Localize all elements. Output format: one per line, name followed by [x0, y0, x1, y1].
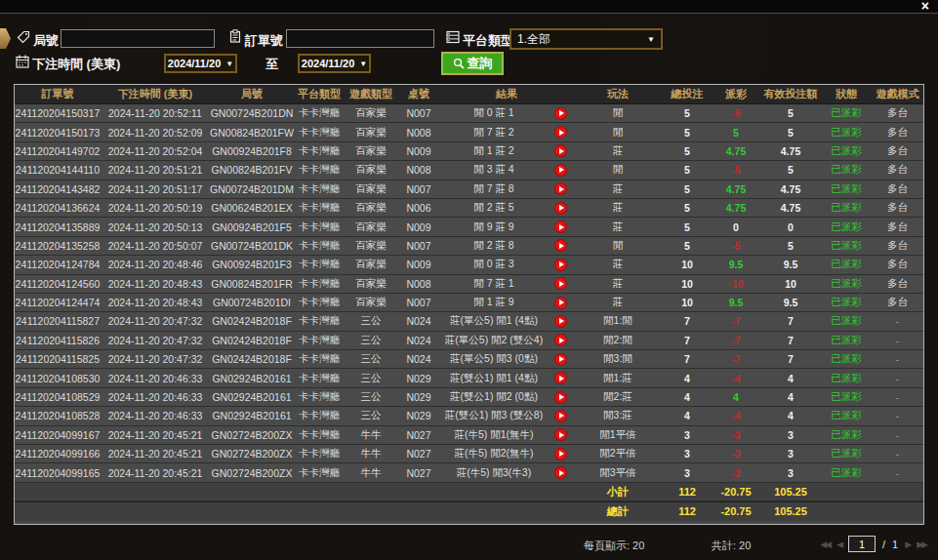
last-page-icon[interactable]: ▶▶	[917, 540, 926, 549]
cell-round-no: GN00824B201FR	[210, 278, 294, 290]
table-header: 訂單號下注時間 (美東)局號平台類型遊戲類型桌號結果玩法總投注派彩有效投注額狀態…	[15, 85, 923, 104]
table-row: 2411202041245602024-11-20 20:48:43GN0082…	[15, 275, 923, 294]
play-replay-icon[interactable]	[554, 428, 567, 441]
cell-platform-type: 卡卡灣廳	[294, 447, 345, 460]
game-no-input[interactable]	[61, 29, 215, 48]
cell-order-no: 241120204150173	[15, 127, 101, 139]
cell-game-mode: 多台	[872, 277, 923, 291]
cell-payout: 4	[712, 391, 760, 403]
cell-play-method: 閒	[573, 126, 663, 140]
page-number-input[interactable]	[848, 536, 876, 552]
play-replay-icon[interactable]	[554, 334, 567, 346]
cell-play-method: 莊	[573, 258, 663, 271]
cell-total-bet: 10	[663, 259, 712, 270]
play-replay-icon[interactable]	[554, 164, 567, 177]
play-replay-icon[interactable]	[554, 391, 567, 404]
cell-platform-type: 卡卡灣廳	[294, 352, 345, 366]
to-label: 至	[265, 56, 278, 73]
cell-result: 閒 7 莊 1	[440, 277, 548, 291]
query-button[interactable]: 查詢	[441, 52, 504, 75]
table-row: 2411202041358892024-11-20 20:50:13GN0092…	[15, 218, 923, 236]
first-page-icon[interactable]: ◀◀	[820, 540, 830, 549]
table-row: 2411202041352582024-11-20 20:50:07GN0072…	[15, 237, 923, 256]
play-replay-icon[interactable]	[554, 410, 567, 422]
play-replay-icon[interactable]	[554, 315, 567, 328]
col-header: 有效投注額	[760, 87, 821, 101]
cell-order-no: 241120204108529	[15, 391, 101, 403]
cell-round-no: GN00624B201EX	[210, 202, 294, 214]
cell-bet-time: 2024-11-20 20:48:43	[101, 297, 210, 308]
play-replay-icon[interactable]	[554, 126, 567, 139]
cell-order-no: 241120204149702	[15, 145, 101, 157]
close-icon[interactable]: ×	[921, 0, 929, 14]
cell-bet-time: 2024-11-20 20:47:32	[101, 335, 210, 346]
cell-game-type: 百家樂	[345, 126, 397, 140]
cell-replay	[548, 410, 573, 422]
cell-bet-time: 2024-11-20 20:51:21	[101, 164, 210, 176]
cell-replay	[548, 220, 573, 233]
page-slash: /	[882, 539, 885, 550]
date-to-picker[interactable]: 2024/11/20 ▼	[298, 54, 371, 73]
prev-page-icon[interactable]: ◀	[836, 540, 841, 549]
table-row: 2411202040991652024-11-20 20:45:21GN0272…	[15, 463, 923, 482]
cell-order-no: 241120204144110	[15, 164, 101, 176]
cell-game-mode: 多台	[872, 201, 923, 215]
cell-payout: -7	[712, 353, 760, 365]
cell-order-no: 241120204099167	[15, 429, 101, 441]
cell-game-type: 三公	[345, 372, 397, 385]
cell-round-no: GN00724B201DK	[210, 240, 294, 252]
cell-total-bet: 4	[663, 410, 712, 421]
cell-play-method: 莊	[573, 296, 663, 309]
cell-result: 莊(雙公1) 閒2 (0點)	[440, 390, 548, 404]
cell-game-type: 三公	[345, 314, 397, 328]
cell-result: 閒 2 莊 8	[440, 239, 548, 253]
panel-collapse-handle[interactable]	[0, 28, 11, 49]
cell-payout: 4.75	[712, 202, 760, 214]
cell-bet-time: 2024-11-20 20:46:33	[101, 373, 210, 384]
cell-status: 已派彩	[821, 126, 872, 140]
cell-replay	[548, 297, 573, 309]
cell-table-no: N029	[397, 373, 440, 384]
cell-bet-time: 2024-11-20 20:46:33	[101, 410, 210, 421]
cell-table-no: N024	[397, 335, 440, 346]
total-row: 總計112-20.75105.25	[15, 501, 923, 520]
cell-game-type: 百家樂	[345, 163, 397, 177]
cell-table-no: N029	[397, 391, 440, 403]
play-replay-icon[interactable]	[554, 466, 567, 479]
cell-game-mode: 多台	[872, 296, 923, 309]
cell-order-no: 241120204115825	[15, 353, 101, 365]
table-row: 2411202041158262024-11-20 20:47:32GN0242…	[15, 332, 923, 350]
date-from-picker[interactable]: 2024/11/20 ▼	[164, 54, 237, 73]
cell-bet-time: 2024-11-20 20:45:21	[101, 448, 210, 460]
cell-status: 已派彩	[821, 334, 872, 347]
play-replay-icon[interactable]	[554, 239, 567, 252]
play-replay-icon[interactable]	[554, 182, 567, 195]
cell-play-method: 閒2平倍	[573, 447, 663, 460]
play-replay-icon[interactable]	[554, 220, 567, 233]
play-replay-icon[interactable]	[554, 448, 567, 460]
cell-status: 已派彩	[821, 314, 872, 328]
cell-play-method: 莊	[573, 220, 663, 234]
order-no-input[interactable]	[286, 29, 434, 48]
cell-game-type: 百家樂	[345, 144, 397, 158]
cell-replay	[548, 391, 573, 404]
play-replay-icon[interactable]	[554, 297, 567, 309]
subtotal-total-bet: 112	[663, 486, 712, 498]
cell-result: 莊(單公5) 閒3 (0點)	[440, 352, 548, 366]
play-replay-icon[interactable]	[554, 202, 567, 215]
platform-type-select[interactable]: 1.全部 ▼	[510, 28, 663, 50]
cell-game-mode: 多台	[872, 182, 923, 196]
subtotal-payout: -20.75	[712, 486, 760, 498]
next-page-icon[interactable]: ▶	[905, 540, 910, 549]
play-replay-icon[interactable]	[554, 144, 567, 157]
play-replay-icon[interactable]	[554, 259, 567, 271]
cell-payout: -7	[712, 335, 760, 346]
cell-platform-type: 卡卡灣廳	[294, 220, 345, 234]
cell-play-method: 閒2:莊	[573, 390, 663, 404]
cell-table-no: N027	[397, 429, 440, 441]
play-replay-icon[interactable]	[554, 353, 567, 366]
play-replay-icon[interactable]	[554, 372, 567, 384]
play-replay-icon[interactable]	[554, 277, 567, 290]
cell-result: 莊(雙公1) 閒3 (雙公8)	[440, 409, 548, 422]
play-replay-icon[interactable]	[554, 107, 567, 120]
